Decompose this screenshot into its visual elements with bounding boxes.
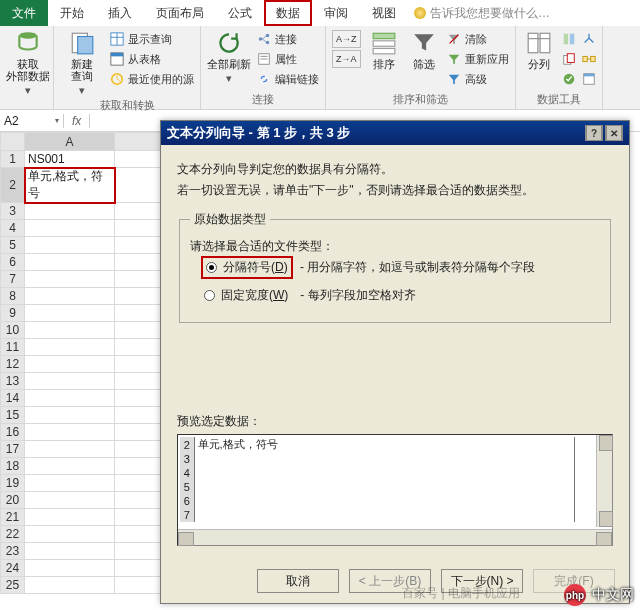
link-icon	[257, 72, 271, 86]
php-logo-icon: php	[564, 584, 586, 606]
cancel-button[interactable]: 取消	[257, 569, 339, 593]
svg-point-9	[259, 37, 263, 41]
group-data-tools: 数据工具	[522, 90, 596, 107]
preview-box: 2单元,格式，符号 3 4 5 6 7	[177, 434, 613, 546]
group-connections: 连接	[207, 90, 319, 107]
preview-scrollbar-vertical[interactable]	[596, 435, 612, 527]
group-sort-filter: 排序和筛选	[332, 90, 509, 107]
cell-a2[interactable]: 单元,格式，符号	[25, 168, 115, 203]
svg-point-10	[266, 34, 270, 38]
new-query-icon	[69, 30, 95, 56]
radio-icon	[204, 290, 215, 301]
sort-asc-icon: A→Z	[336, 34, 357, 44]
original-data-type-fieldset: 原始数据类型 请选择最合适的文件类型： 分隔符号(D) - 用分隔字符，如逗号或…	[179, 211, 611, 323]
advanced-filter-button[interactable]: 高级	[447, 70, 509, 88]
consolidate-button[interactable]	[582, 30, 596, 48]
tab-view[interactable]: 视图	[360, 0, 408, 26]
row-header-2[interactable]: 2	[1, 168, 25, 203]
select-all-corner[interactable]	[1, 133, 25, 151]
svg-rect-22	[563, 34, 567, 45]
advanced-icon	[447, 72, 461, 86]
preview-row: 2单元,格式，符号	[180, 437, 574, 452]
remove-dup-button[interactable]	[562, 50, 576, 68]
svg-rect-23	[569, 34, 573, 45]
text-to-columns-button[interactable]: 分列	[522, 30, 556, 70]
tab-review[interactable]: 审阅	[312, 0, 360, 26]
connections-icon	[257, 32, 271, 46]
svg-rect-28	[590, 56, 594, 61]
tab-file[interactable]: 文件	[0, 0, 48, 26]
preview-label: 预览选定数据：	[177, 413, 613, 430]
preview-scrollbar-horizontal[interactable]	[178, 529, 612, 545]
consolidate-icon	[582, 32, 596, 46]
refresh-icon	[216, 30, 242, 56]
sort-button[interactable]: 排序	[367, 30, 401, 70]
from-table-button[interactable]: 从表格	[110, 50, 194, 68]
ribbon-tabs: 文件 开始 插入 页面布局 公式 数据 审阅 视图 告诉我您想要做什么…	[0, 0, 640, 26]
svg-rect-27	[582, 56, 586, 61]
help-button[interactable]: ?	[585, 125, 603, 141]
column-header-a[interactable]: A	[25, 133, 115, 151]
help-icon: ?	[586, 125, 602, 141]
show-queries-button[interactable]: 显示查询	[110, 30, 194, 48]
tab-layout[interactable]: 页面布局	[144, 0, 216, 26]
tab-formulas[interactable]: 公式	[216, 0, 264, 26]
data-validation-button[interactable]	[562, 70, 576, 88]
text-to-columns-icon	[526, 30, 552, 56]
relations-icon	[582, 52, 596, 66]
radio-delimited-desc: - 用分隔字符，如逗号或制表符分隔每个字段	[300, 260, 535, 274]
svg-rect-15	[373, 33, 395, 38]
connections-button[interactable]: 连接	[257, 30, 319, 48]
edit-links-button[interactable]: 编辑链接	[257, 70, 319, 88]
remove-dup-icon	[562, 52, 576, 66]
row-header-1[interactable]: 1	[1, 151, 25, 168]
dialog-titlebar[interactable]: 文本分列向导 - 第 1 步，共 3 步 ? ✕	[161, 121, 629, 145]
new-query-button[interactable]: 新建 查询▾	[60, 30, 104, 96]
watermark-secondary: 百家号 | 电脑手机应用	[402, 585, 520, 602]
ribbon: 获取 外部数据▾ 新建 查询▾ 显示查询 从表格 最近使用的源 获取和转换 全部…	[0, 26, 640, 110]
sort-desc-button[interactable]: Z→A	[332, 50, 361, 68]
table-icon	[110, 32, 124, 46]
fx-button[interactable]: fx	[64, 114, 90, 128]
flash-fill-icon	[562, 32, 576, 46]
recent-sources-button[interactable]: 最近使用的源	[110, 70, 194, 88]
close-button[interactable]: ✕	[605, 125, 623, 141]
tab-data[interactable]: 数据	[264, 0, 312, 26]
clear-icon	[447, 32, 461, 46]
wizard-intro-2: 若一切设置无误，请单击"下一步"，否则请选择最合适的数据类型。	[177, 182, 613, 199]
filter-button[interactable]: 筛选	[407, 30, 441, 70]
relationships-button[interactable]	[582, 50, 596, 68]
flash-fill-button[interactable]	[562, 30, 576, 48]
wizard-intro-1: 文本分列向导判定您的数据具有分隔符。	[177, 161, 613, 178]
name-box[interactable]: A2▾	[0, 114, 64, 128]
tab-home[interactable]: 开始	[48, 0, 96, 26]
watermark: php 中文网	[564, 584, 634, 606]
fx-icon: fx	[72, 114, 81, 128]
cell-a1[interactable]: NS001	[25, 151, 115, 168]
radio-delimited[interactable]: 分隔符号(D)	[204, 259, 290, 276]
svg-rect-19	[528, 33, 538, 53]
choose-type-label: 请选择最合适的文件类型：	[190, 238, 600, 255]
properties-button[interactable]: 属性	[257, 50, 319, 68]
dialog-title: 文本分列向导 - 第 1 步，共 3 步	[167, 124, 350, 142]
reapply-icon	[447, 52, 461, 66]
properties-icon	[257, 52, 271, 66]
sort-desc-icon: Z→A	[336, 54, 357, 64]
get-external-data-button[interactable]: 获取 外部数据▾	[6, 30, 50, 96]
svg-rect-25	[567, 54, 574, 63]
radio-icon	[206, 262, 217, 273]
svg-rect-16	[373, 41, 395, 46]
manage-model-button[interactable]	[582, 70, 596, 88]
fieldset-legend: 原始数据类型	[190, 211, 270, 228]
tell-me[interactable]: 告诉我您想要做什么…	[414, 5, 550, 22]
tab-insert[interactable]: 插入	[96, 0, 144, 26]
database-download-icon	[15, 30, 41, 56]
refresh-all-button[interactable]: 全部刷新▾	[207, 30, 251, 84]
radio-fixed-width[interactable]: 固定宽度(W) - 每列字段加空格对齐	[204, 287, 600, 304]
sort-asc-button[interactable]: A→Z	[332, 30, 361, 48]
clear-filter-button[interactable]: 清除	[447, 30, 509, 48]
sort-icon	[371, 30, 397, 56]
reapply-button[interactable]: 重新应用	[447, 50, 509, 68]
close-icon: ✕	[606, 125, 622, 141]
svg-rect-31	[583, 74, 594, 77]
